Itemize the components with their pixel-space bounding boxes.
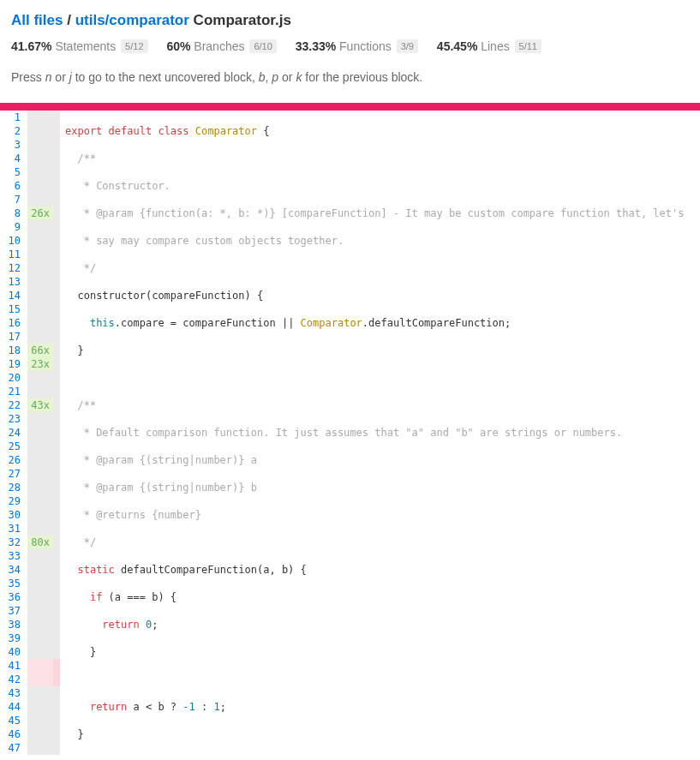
line-number[interactable]: 45 xyxy=(0,714,22,727)
coverage-cell xyxy=(53,316,60,330)
coverage-cell xyxy=(53,330,60,344)
line-number[interactable]: 21 xyxy=(0,385,22,398)
coverage-cell xyxy=(53,686,60,700)
line-number[interactable]: 20 xyxy=(0,371,22,385)
line-number[interactable]: 41 xyxy=(0,659,22,673)
breadcrumb-path-link[interactable]: utils/comparator xyxy=(75,12,189,28)
hit-count xyxy=(27,631,53,645)
line-number[interactable]: 25 xyxy=(0,440,22,453)
source-line: */ xyxy=(65,261,684,275)
line-number[interactable]: 27 xyxy=(0,467,22,481)
hit-count xyxy=(27,549,53,563)
line-number[interactable]: 36 xyxy=(0,590,22,604)
coverage-cell xyxy=(53,522,60,536)
line-number[interactable]: 34 xyxy=(0,563,22,577)
line-number[interactable]: 37 xyxy=(0,604,22,618)
line-number[interactable]: 18 xyxy=(0,344,22,357)
line-number[interactable]: 3 xyxy=(0,138,22,152)
coverage-cell xyxy=(53,645,60,659)
line-number[interactable]: 42 xyxy=(0,673,22,686)
hit-count xyxy=(27,302,53,316)
hit-count xyxy=(27,727,53,741)
coverage-header: All files / utils/comparator Comparator.… xyxy=(0,0,700,103)
line-number[interactable]: 38 xyxy=(0,618,22,631)
coverage-cell xyxy=(53,481,60,494)
line-number[interactable]: 12 xyxy=(0,261,22,275)
hit-count xyxy=(27,686,53,700)
metric-pct: 60% xyxy=(166,39,190,53)
line-number[interactable]: 16 xyxy=(0,316,22,330)
line-number[interactable]: 44 xyxy=(0,700,22,714)
source-line: * @param {(string|number)} b xyxy=(65,481,684,494)
source-line: */ xyxy=(65,536,684,549)
source-line: /** xyxy=(65,398,684,412)
line-number[interactable]: 30 xyxy=(0,508,22,522)
hit-count xyxy=(27,645,53,659)
line-number[interactable]: 8 xyxy=(0,206,22,220)
line-number[interactable]: 1 xyxy=(0,111,22,124)
source-line: * @param {(string|number)} a xyxy=(65,453,684,467)
coverage-cell xyxy=(53,385,60,398)
line-number[interactable]: 23 xyxy=(0,412,22,426)
metric-label: Statements xyxy=(55,39,116,53)
source-line: this.compare = compareFunction || Compar… xyxy=(65,316,684,330)
line-number[interactable]: 24 xyxy=(0,426,22,440)
source-line: } xyxy=(65,344,684,357)
coverage-cell xyxy=(53,563,60,577)
line-number[interactable]: 4 xyxy=(0,152,22,165)
line-number[interactable]: 13 xyxy=(0,275,22,289)
line-number[interactable]: 31 xyxy=(0,522,22,536)
source-column[interactable]: export default class Comparator { /** * … xyxy=(60,111,684,760)
coverage-status-bar xyxy=(0,103,700,111)
coverage-cell xyxy=(53,371,60,385)
coverage-cell xyxy=(53,179,60,193)
line-number[interactable]: 15 xyxy=(0,302,22,316)
coverage-cell xyxy=(53,631,60,645)
line-number[interactable]: 17 xyxy=(0,330,22,344)
coverage-cell xyxy=(53,165,60,179)
line-number[interactable]: 9 xyxy=(0,220,22,234)
line-number[interactable]: 33 xyxy=(0,549,22,563)
breadcrumb-root-link[interactable]: All files xyxy=(11,12,63,28)
coverage-cell xyxy=(53,659,60,673)
line-number[interactable]: 39 xyxy=(0,631,22,645)
line-number[interactable]: 11 xyxy=(0,248,22,261)
coverage-cell xyxy=(53,111,60,124)
line-number[interactable]: 14 xyxy=(0,289,22,302)
line-number[interactable]: 10 xyxy=(0,234,22,248)
coverage-cell xyxy=(53,398,60,412)
line-number[interactable]: 2 xyxy=(0,124,22,138)
coverage-cell xyxy=(53,590,60,604)
source-code-pane: 1234567891011121314151617181920212223242… xyxy=(0,111,700,760)
line-number[interactable]: 7 xyxy=(0,193,22,206)
source-line: } xyxy=(65,645,684,659)
line-number[interactable]: 32 xyxy=(0,536,22,549)
line-number[interactable]: 5 xyxy=(0,165,22,179)
line-number[interactable]: 19 xyxy=(0,357,22,371)
coverage-cell xyxy=(53,344,60,357)
source-line xyxy=(65,371,684,385)
hit-count xyxy=(27,508,53,522)
source-line: /** xyxy=(65,152,684,165)
hit-count xyxy=(27,659,53,673)
source-line: } xyxy=(65,727,684,741)
hit-count xyxy=(27,220,53,234)
source-line: * say may compare custom objects togethe… xyxy=(65,234,684,248)
line-number[interactable]: 29 xyxy=(0,494,22,508)
line-number[interactable]: 47 xyxy=(0,741,22,755)
line-number[interactable]: 6 xyxy=(0,179,22,193)
source-line: * Constructor. xyxy=(65,179,684,193)
line-number[interactable]: 43 xyxy=(0,686,22,700)
line-number[interactable]: 40 xyxy=(0,645,22,659)
line-number[interactable]: 46 xyxy=(0,727,22,741)
line-number[interactable]: 22 xyxy=(0,398,22,412)
hit-count xyxy=(27,577,53,590)
line-number[interactable]: 28 xyxy=(0,481,22,494)
coverage-cell xyxy=(53,152,60,165)
line-number[interactable]: 26 xyxy=(0,453,22,467)
line-number[interactable]: 35 xyxy=(0,577,22,590)
metric-pct: 45.45% xyxy=(437,39,477,53)
hit-count-gutter: 26x66x23x43x80x xyxy=(27,111,53,755)
hit-count xyxy=(27,275,53,289)
coverage-cell xyxy=(53,673,60,686)
